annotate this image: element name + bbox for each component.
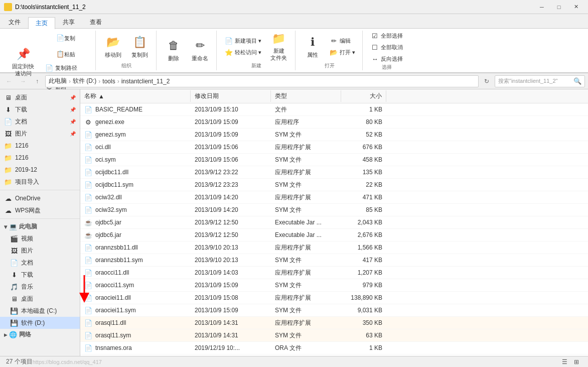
sidebar-item-video[interactable]: 🎬 视频 <box>0 232 80 244</box>
selectall-button[interactable]: ☑ 全部选择 <box>368 31 406 41</box>
table-row[interactable]: 📄 orasql11.sym 2013/10/9 14:31 SYM 文件 63… <box>80 329 588 342</box>
list-view-button[interactable]: ☰ <box>559 356 570 368</box>
header-name[interactable]: 名称 ▲ <box>80 90 191 102</box>
table-row[interactable]: ☕ ojdbc6.jar 2013/9/12 12:50 Executable … <box>80 229 588 241</box>
sidebar-item-download2[interactable]: ⬇ 下载 <box>0 269 80 281</box>
sidebar-network-header[interactable]: ▸ 🌐 网络 <box>0 329 80 340</box>
sidebar-item-desktop[interactable]: 🖥 桌面 📌 <box>0 91 80 103</box>
status-bar: 27 个项目 https://blog.csdn.net/qq_417 ☰ ⊞ <box>0 356 588 367</box>
back-button[interactable]: ← <box>3 75 15 87</box>
rename-icon: ✏ <box>192 38 208 54</box>
copypath-button[interactable]: 📄 复制路径 <box>42 63 91 73</box>
edit2-button[interactable]: ✏ 编辑 <box>327 36 358 46</box>
selectnone-button[interactable]: ☐ 全部取消 <box>368 42 406 52</box>
minimize-button[interactable]: ─ <box>534 2 550 12</box>
table-row[interactable]: 📄 ocijdbc11.dll 2013/9/12 23:22 应用程序扩展 1… <box>80 166 588 179</box>
sidebar-item-docs2[interactable]: 📄 文档 <box>0 257 80 269</box>
file-size-cell: 63 KB <box>341 330 386 341</box>
address-thispc[interactable]: 此电脑 <box>49 77 67 85</box>
table-row[interactable]: 📄 orannzsbb11.sym 2013/9/10 20:13 SYM 文件… <box>80 254 588 267</box>
desktop-icon: 🖥 <box>4 93 12 101</box>
address-diskd[interactable]: 软件 (D:) <box>73 77 96 85</box>
sidebar-item-download[interactable]: ⬇ 下载 📌 <box>0 103 80 115</box>
invertselect-button[interactable]: ↔ 反向选择 <box>368 54 406 64</box>
search-bar[interactable]: 搜索"instantclient_11_2" 🔍 <box>495 75 585 87</box>
paste-button[interactable]: 📋 粘贴 <box>40 47 91 62</box>
sidebar-item-projectimport[interactable]: 📁 项目导入 <box>0 176 80 188</box>
tab-share[interactable]: 共享 <box>55 16 82 28</box>
copyto-button[interactable]: 📋 复制到 <box>127 31 152 62</box>
forward-button[interactable]: → <box>17 75 29 87</box>
sidebar-item-music[interactable]: 🎵 音乐 <box>0 281 80 293</box>
table-row[interactable]: 📄 genezi.sym 2013/10/9 15:09 SYM 文件 52 K… <box>80 129 588 141</box>
table-row[interactable]: 📄 ociw32.sym 2013/10/9 14:20 SYM 文件 85 K… <box>80 204 588 216</box>
header-date[interactable]: 修改日期 <box>191 90 271 102</box>
easyaccess-button[interactable]: ⭐ 轻松访问 ▾ <box>222 47 264 57</box>
detail-view-button[interactable]: ⊞ <box>571 356 582 368</box>
folder2019-icon: 📁 <box>4 166 12 174</box>
tab-home[interactable]: 主页 <box>28 17 55 29</box>
table-row[interactable]: 📄 ocijdbc11.sym 2013/9/12 23:23 SYM 文件 2… <box>80 179 588 191</box>
sidebar-thispc-header[interactable]: ▾ 💻 此电脑 <box>0 221 80 232</box>
sidebar-item-diskd[interactable]: 💾 软件 (D:) <box>0 317 80 329</box>
sidebar-item-wps[interactable]: ☁ WPS网盘 <box>0 204 80 216</box>
file-icon: 📄 <box>84 181 92 189</box>
sidebar-item-1216a[interactable]: 📁 1216 <box>0 140 80 152</box>
file-size-cell: 1 KB <box>341 104 386 115</box>
table-row[interactable]: 📄 ociw32.dll 2013/10/9 14:20 应用程序扩展 471 … <box>80 191 588 204</box>
newitem-button[interactable]: 📄 新建项目 ▾ <box>222 36 264 46</box>
projectimport-icon: 📁 <box>4 178 12 186</box>
pin-button[interactable]: 📌 固定到快速访问 <box>8 47 38 78</box>
sidebar-item-2019[interactable]: 📁 2019-12 <box>0 164 80 176</box>
table-row[interactable]: 📄 tnsnames.ora 2019/12/19 10:... ORA 文件 … <box>80 342 588 354</box>
address-instantclient[interactable]: instantclient_11_2 <box>121 78 170 85</box>
tab-view[interactable]: 查看 <box>82 16 109 28</box>
pics2-icon: 🖼 <box>10 247 18 255</box>
sidebar-item-onedrive[interactable]: ☁ OneDrive <box>0 192 80 204</box>
table-row[interactable]: 📄 oraociei11.sym 2013/10/9 15:09 SYM 文件 … <box>80 304 588 317</box>
table-row[interactable]: 📄 oci.dll 2013/10/9 15:06 应用程序扩展 676 KB <box>80 141 588 154</box>
table-row[interactable]: ⚙ genezi.exe 2013/10/9 15:09 应用程序 80 KB <box>80 116 588 129</box>
table-row[interactable]: 📄 BASIC_README 2013/10/9 15:10 文件 1 KB <box>80 103 588 116</box>
moveto-button[interactable]: 📂 移动到 <box>101 31 125 62</box>
open-button[interactable]: 📂 打开 ▾ <box>327 47 358 57</box>
address-tools[interactable]: tools <box>102 78 115 85</box>
table-row[interactable]: 📄 oci.sym 2013/10/9 15:06 SYM 文件 458 KB <box>80 154 588 166</box>
file-date-cell: 2013/10/9 15:09 <box>191 116 271 128</box>
sidebar-item-1216b[interactable]: 📁 1216 <box>0 152 80 164</box>
up-button[interactable]: ↑ <box>31 75 43 87</box>
file-size-cell: 1 KB <box>341 342 386 353</box>
sidebar-item-desktop2[interactable]: 🖥 桌面 <box>0 293 80 305</box>
file-icon: 📄 <box>84 143 92 151</box>
refresh-button[interactable]: ↻ <box>481 75 493 87</box>
sidebar-divider-1 <box>0 190 80 190</box>
file-name-cell: 📄 oraociei11.sym <box>80 305 191 316</box>
header-type[interactable]: 类型 <box>271 90 341 102</box>
sidebar-item-pics2[interactable]: 🖼 图片 <box>0 244 80 257</box>
sidebar-item-pics[interactable]: 🖼 图片 📌 <box>0 128 80 140</box>
title-bar: D:\tools\instantclient_11_2 ─ □ ✕ <box>0 0 588 14</box>
file-name-cell: 📄 ociw32.sym <box>80 204 191 215</box>
close-button[interactable]: ✕ <box>568 2 584 12</box>
properties-button[interactable]: ℹ 属性 <box>301 31 325 62</box>
maximize-button[interactable]: □ <box>551 2 567 12</box>
table-row[interactable]: ⚙ uidrvci.exe 2013/10/9 15:09 应用程序 32 KB <box>80 354 588 356</box>
table-row[interactable]: 📄 oraociei11.dll 2013/10/9 15:08 应用程序扩展 … <box>80 292 588 304</box>
table-row[interactable]: ☕ ojdbc5.jar 2013/9/12 12:50 Executable … <box>80 216 588 229</box>
newfolder-button[interactable]: 📁 新建文件夹 <box>266 31 291 62</box>
copy-button[interactable]: 📄 复制 <box>40 31 91 46</box>
address-bar[interactable]: 此电脑 › 软件 (D:) › tools › instantclient_11… <box>45 75 479 87</box>
sidebar-item-diskc[interactable]: 💾 本地磁盘 (C:) <box>0 305 80 317</box>
table-row[interactable]: 📄 orannzsbb11.dll 2013/9/10 20:13 应用程序扩展… <box>80 241 588 254</box>
new-label: 新建 <box>251 62 261 70</box>
rename-button[interactable]: ✏ 重命名 <box>188 35 212 66</box>
sidebar-item-docs[interactable]: 📄 文档 📌 <box>0 115 80 128</box>
table-row[interactable]: 📄 oraocci11.sym 2013/10/9 15:09 SYM 文件 9… <box>80 279 588 292</box>
table-row[interactable]: 📄 oraocci11.dll 2013/10/9 14:03 应用程序扩展 1… <box>80 267 588 279</box>
file-date-cell: 2013/10/9 15:08 <box>191 292 271 303</box>
header-size[interactable]: 大小 <box>341 90 386 102</box>
table-row[interactable]: 📄 orasql11.dll 2013/10/9 14:31 应用程序扩展 35… <box>80 317 588 329</box>
delete-button[interactable]: 🗑 删除 <box>162 35 186 66</box>
copy-icon: 📄 <box>56 34 64 42</box>
tab-file[interactable]: 文件 <box>1 16 28 28</box>
